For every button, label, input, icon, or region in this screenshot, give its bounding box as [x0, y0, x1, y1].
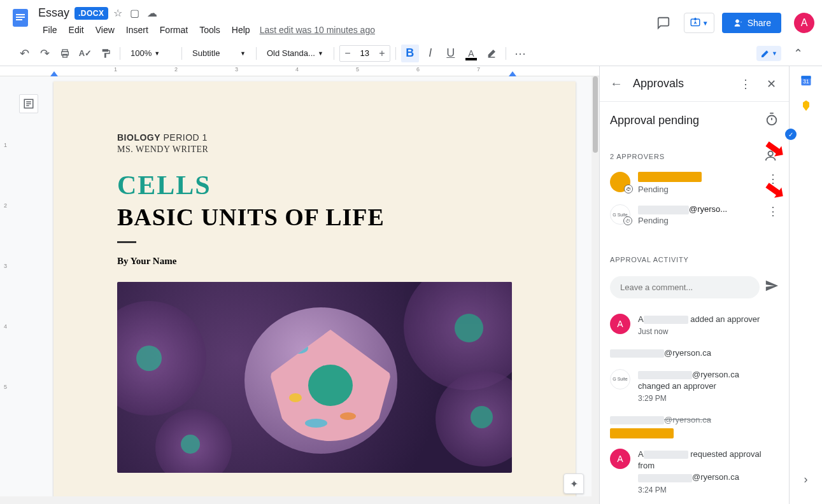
menu-insert[interactable]: Insert	[122, 22, 153, 38]
spellcheck-button[interactable]: A✓	[76, 45, 94, 62]
approver-email: @ryerso...	[638, 204, 760, 214]
document-area: 1 2 3 4 5 6 7 12345 BIOLOGY PERIOD 1 MS.…	[0, 66, 599, 504]
font-size-control[interactable]: − +	[339, 45, 390, 62]
byline[interactable]: By Your Name	[117, 256, 512, 267]
svg-rect-3	[16, 19, 22, 20]
activity-item: @ryerson.ca	[600, 342, 789, 364]
approver-avatar: G Suite⏱	[610, 204, 630, 225]
user-avatar[interactable]: A	[794, 13, 814, 33]
vertical-ruler[interactable]: 12345	[3, 81, 13, 504]
bold-button[interactable]: B	[401, 45, 419, 62]
sync-check-icon: ✓	[785, 129, 797, 140]
outline-button[interactable]	[19, 94, 38, 113]
menu-file[interactable]: File	[38, 22, 62, 38]
cell-image[interactable]	[117, 282, 512, 473]
calendar-icon[interactable]: 31	[800, 74, 812, 87]
svg-rect-2	[16, 17, 25, 18]
approvals-title: Approvals	[633, 77, 728, 90]
activity-avatar: A	[610, 314, 630, 334]
svg-rect-1	[16, 14, 25, 15]
keep-icon[interactable]	[800, 99, 812, 112]
divider	[117, 241, 136, 243]
approvers-header: 2 APPROVERS	[610, 153, 665, 160]
vertical-scrollbar[interactable]	[592, 76, 599, 496]
collapse-toolbar-button[interactable]: ⌃	[789, 45, 807, 62]
approver-status: Pending	[638, 185, 760, 194]
docs-logo[interactable]	[8, 5, 33, 31]
menu-help[interactable]: Help	[227, 22, 255, 38]
menu-format[interactable]: Format	[155, 22, 192, 38]
svg-point-14	[767, 116, 777, 125]
style-select[interactable]: Subtitle ▼	[187, 46, 251, 60]
present-button[interactable]: ▼	[684, 13, 714, 33]
font-size-decrease[interactable]: −	[340, 46, 355, 61]
font-size-increase[interactable]: +	[374, 46, 390, 61]
svg-marker-9	[509, 71, 516, 76]
text-color-button[interactable]: A	[462, 45, 480, 62]
document-page[interactable]: BIOLOGY PERIOD 1 MS. WENDY WRITER CELLS …	[53, 81, 576, 504]
approver-row: G Suite⏱ @ryerso... Pending ⋮	[610, 204, 779, 225]
activity-header: APPROVAL ACTIVITY	[610, 256, 689, 263]
zoom-select[interactable]: 100% ▼	[125, 46, 176, 60]
approver-row: ⏱ Pending ⋮	[610, 172, 779, 194]
print-button[interactable]	[56, 45, 74, 62]
svg-point-15	[769, 151, 773, 156]
move-icon[interactable]: ▢	[130, 7, 139, 19]
comment-input[interactable]	[610, 276, 760, 298]
add-approver-icon[interactable]	[765, 149, 779, 164]
back-icon[interactable]: ←	[610, 76, 623, 91]
cloud-icon[interactable]: ☁	[147, 7, 157, 19]
redo-button[interactable]: ↷	[36, 45, 53, 62]
activity-item: G Suite @ryerson.cachanged an approver3:…	[600, 364, 789, 409]
highlight-button[interactable]	[483, 45, 500, 62]
approver-more-icon[interactable]: ⋮	[767, 172, 779, 186]
doc-title-1[interactable]: CELLS	[117, 170, 512, 200]
font-select[interactable]: Old Standa... ▼	[262, 46, 329, 60]
close-icon[interactable]: ✕	[763, 77, 779, 91]
docx-badge: .DOCX	[74, 7, 108, 20]
document-title[interactable]: Essay	[38, 6, 69, 20]
last-edit-link[interactable]: Last edit was 10 minutes ago	[260, 25, 375, 35]
activity-item: A A added an approverJust now	[600, 309, 789, 342]
doc-title-2[interactable]: BASIC UNITS OF LIFE	[117, 203, 512, 231]
font-size-input[interactable]	[355, 48, 374, 58]
activity-item: A A requested approval from@ryerson.ca3:…	[600, 444, 789, 500]
undo-button[interactable]: ↶	[15, 45, 33, 62]
redacted-name	[638, 172, 702, 182]
star-icon[interactable]: ☆	[113, 7, 122, 19]
activity-item: @ryerson.ca	[600, 409, 789, 444]
menu-edit[interactable]: Edit	[64, 22, 89, 38]
subject-line[interactable]: BIOLOGY PERIOD 1	[117, 132, 512, 143]
share-button[interactable]: Share	[722, 13, 781, 33]
panel-more-icon[interactable]: ⋮	[738, 77, 753, 91]
approver-status: Pending	[638, 216, 760, 225]
horizontal-ruler[interactable]: 1 2 3 4 5 6 7	[0, 66, 599, 76]
comments-icon[interactable]	[651, 10, 676, 36]
approver-avatar: ⏱	[610, 172, 630, 192]
approvals-panel: ← Approvals ⋮ ✕ Approval pending 2 APPRO…	[599, 66, 789, 504]
menu-view[interactable]: View	[91, 22, 119, 38]
activity-avatar: A	[610, 449, 630, 469]
italic-button[interactable]: I	[422, 45, 439, 62]
underline-button[interactable]: U	[442, 45, 460, 62]
activity-avatar: G Suite	[610, 369, 630, 389]
menu-tools[interactable]: Tools	[195, 22, 225, 38]
svg-text:31: 31	[803, 78, 809, 85]
svg-marker-8	[50, 71, 58, 76]
timer-icon[interactable]	[765, 112, 779, 129]
paint-format-button[interactable]	[97, 45, 115, 62]
approver-more-icon[interactable]: ⋮	[767, 204, 779, 218]
explore-button[interactable]: ✦	[563, 473, 584, 494]
more-toolbar-button[interactable]: ⋯	[511, 45, 529, 62]
toolbar: ↶ ↷ A✓ 100% ▼ Subtitle ▼ Old Standa... ▼…	[0, 41, 822, 66]
rail-expand-icon[interactable]: ›	[804, 473, 808, 486]
approval-status: Approval pending	[610, 114, 699, 127]
horizontal-scrollbar[interactable]	[0, 496, 599, 504]
teacher-line[interactable]: MS. WENDY WRITER	[117, 144, 512, 155]
redacted-name	[610, 428, 674, 438]
send-icon[interactable]	[765, 279, 779, 296]
editing-mode-button[interactable]: ▼	[756, 46, 781, 61]
